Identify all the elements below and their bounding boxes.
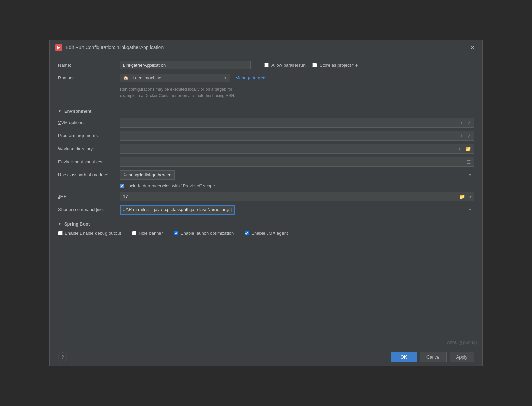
vm-options-icons: + ⤢ (459, 119, 473, 126)
jre-input-wrap: 📁 ▾ (120, 192, 474, 201)
environment-label: Environment (64, 109, 91, 114)
classpath-dropdown-wrap: 🗂 sungrid-linkgathercen ▾ (120, 170, 474, 180)
dialog-title: Edit Run Configuration: 'LinkgatherAppli… (66, 45, 165, 50)
jmx-item: Enable JMX agent (245, 231, 288, 236)
classpath-arrow-icon: ▾ (469, 173, 471, 177)
close-button[interactable]: ✕ (468, 44, 477, 52)
dropdown-arrow-icon: ▾ (224, 75, 227, 80)
vm-options-expand-icon[interactable]: ⤢ (466, 119, 473, 126)
working-dir-label: Working directory: (58, 146, 120, 151)
spring-boot-header: ▼ Spring Boot (58, 221, 474, 227)
shorten-dropdown-wrap: JAR manifest - java -cp classpath.jar cl… (120, 205, 474, 215)
classpath-label: Use classpath of module: (58, 172, 120, 177)
jre-row: JRE: 📁 ▾ (58, 192, 474, 201)
hide-banner-label: Hide banner (138, 231, 163, 236)
divider-1 (58, 103, 474, 103)
classpath-row: Use classpath of module: 🗂 sungrid-linkg… (58, 170, 474, 180)
jmx-label: Enable JMX agent (251, 231, 288, 236)
name-input[interactable] (120, 61, 251, 69)
app-icon: ▶ (55, 44, 62, 51)
program-args-label: Program arguments: (58, 133, 120, 138)
allow-parallel-checkbox[interactable] (264, 63, 269, 67)
jmx-checkbox[interactable] (245, 231, 249, 235)
shorten-dropdown[interactable]: JAR manifest - java -cp classpath.jar cl… (120, 205, 235, 215)
spring-boot-section: ▼ Spring Boot Enable Enable debug output… (58, 221, 474, 236)
program-args-add-icon[interactable]: + (459, 132, 464, 139)
include-deps-row: Include dependencies with "Provided" sco… (120, 183, 474, 188)
shorten-arrow-icon: ▾ (469, 207, 471, 212)
ok-button[interactable]: OK (391, 352, 418, 362)
debug-output-checkbox[interactable] (58, 231, 63, 235)
name-row: Name: Allow parallel run Store as projec… (58, 61, 474, 69)
program-args-input[interactable] (120, 131, 474, 141)
help-button[interactable]: ? (58, 352, 67, 361)
jre-input[interactable] (120, 192, 457, 201)
name-label: Name: (58, 63, 120, 68)
vm-options-input[interactable] (120, 118, 474, 128)
env-vars-browse-icon[interactable]: ☰ (465, 158, 473, 165)
working-dir-input-wrap: + 📁 (120, 144, 474, 154)
vm-options-add-icon[interactable]: + (459, 119, 464, 126)
parallel-run-row: Allow parallel run (264, 63, 306, 68)
title-bar-left: ▶ Edit Run Configuration: 'LinkgatherApp… (55, 44, 165, 51)
manage-targets-link[interactable]: Manage targets... (235, 75, 270, 80)
watermark: CSDN @作者 码力 (447, 340, 479, 345)
store-project-row: Store as project file (312, 63, 358, 68)
program-args-icons: + ⤢ (459, 132, 473, 139)
run-on-dropdown[interactable]: 🏠 Local machine ▾ (120, 74, 230, 82)
apply-button[interactable]: Apply (450, 352, 474, 362)
hint-line2: example in a Docker Container or on a re… (120, 92, 474, 99)
vm-options-row: VVM options: + ⤢ (58, 118, 474, 128)
spring-boot-label: Spring Boot (64, 221, 90, 227)
env-vars-icons: ☰ (465, 158, 473, 165)
launch-opt-item: Enable launch optimization (174, 231, 234, 236)
working-dir-browse-icon[interactable]: 📁 (464, 145, 473, 152)
classpath-dropdown[interactable]: 🗂 sungrid-linkgathercen (120, 170, 175, 180)
vm-options-label: VVM options: (58, 120, 120, 125)
environment-arrow-icon: ▼ (58, 109, 62, 113)
spring-boot-arrow-icon: ▼ (58, 222, 62, 226)
bottom-bar: ? OK Cancel Apply (50, 348, 482, 366)
working-dir-input[interactable] (120, 144, 474, 154)
shorten-row: Shorten command line: JAR manifest - jav… (58, 205, 474, 215)
bottom-right: OK Cancel Apply (391, 352, 474, 362)
program-args-row: Program arguments: + ⤢ (58, 131, 474, 141)
hide-banner-checkbox[interactable] (132, 231, 136, 235)
program-args-input-wrap: + ⤢ (120, 131, 474, 141)
hint-line1: Run configurations may be executed local… (120, 86, 474, 92)
include-deps-label: Include dependencies with "Provided" sco… (127, 183, 215, 188)
title-bar: ▶ Edit Run Configuration: 'LinkgatherApp… (50, 40, 482, 55)
include-deps-checkbox[interactable] (120, 184, 124, 188)
run-on-row: Run on: 🏠 Local machine ▾ Manage targets… (58, 74, 474, 82)
edit-run-config-dialog: ▶ Edit Run Configuration: 'LinkgatherApp… (49, 40, 483, 366)
debug-output-label: Enable Enable debug output (65, 231, 121, 236)
spring-boot-checks: Enable Enable debug output Hide banner E… (58, 231, 474, 236)
env-vars-input-wrap: ☰ (120, 157, 474, 167)
jre-browse-icon[interactable]: 📁 (457, 192, 467, 201)
jre-label: JRE: (58, 194, 120, 199)
hide-banner-item: Hide banner (132, 231, 163, 236)
cancel-button[interactable]: Cancel (420, 352, 447, 362)
run-on-value: Local machine (133, 75, 162, 80)
bottom-left: ? (58, 352, 67, 361)
dialog-content: Name: Allow parallel run Store as projec… (50, 55, 482, 348)
launch-opt-checkbox[interactable] (174, 231, 178, 235)
env-vars-label: Environment variables: (58, 159, 120, 164)
working-dir-row: Working directory: + 📁 (58, 144, 474, 154)
program-args-expand-icon[interactable]: ⤢ (466, 132, 473, 139)
env-vars-row: Environment variables: ☰ (58, 157, 474, 167)
vm-options-input-wrap: + ⤢ (120, 118, 474, 128)
launch-opt-label: Enable launch optimization (180, 231, 234, 236)
hint-text: Run configurations may be executed local… (120, 86, 474, 99)
debug-output-item: Enable Enable debug output (58, 231, 121, 236)
environment-section-header: ▼ Environment (58, 109, 474, 114)
working-dir-icons: + 📁 (457, 145, 473, 152)
store-project-label: Store as project file (320, 63, 358, 68)
working-dir-add-icon[interactable]: + (457, 145, 463, 152)
shorten-label: Shorten command line: (58, 207, 120, 212)
env-vars-input[interactable] (120, 157, 474, 167)
jre-dropdown-arrow[interactable]: ▾ (467, 192, 474, 201)
allow-parallel-label: Allow parallel run (271, 63, 306, 68)
run-on-label: Run on: (58, 75, 120, 80)
store-project-checkbox[interactable] (312, 63, 317, 67)
